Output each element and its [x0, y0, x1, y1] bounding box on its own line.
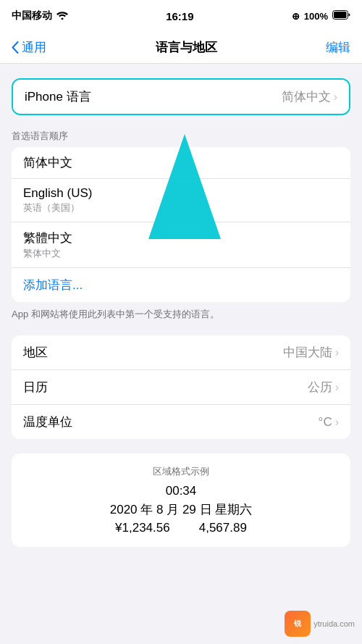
- lang-item-2[interactable]: 繁體中文 繁体中文: [12, 222, 350, 268]
- svg-rect-2: [334, 12, 347, 18]
- lang-sub-2: 繁体中文: [23, 247, 339, 260]
- status-left: 中国移动: [12, 9, 68, 22]
- calendar-value: 公历: [308, 379, 332, 396]
- format-title: 区域格式示例: [23, 465, 339, 478]
- preferred-lang-card: 简体中文 English (US) 英语（美国） 繁體中文 繁体中文 添加语言.…: [12, 147, 350, 302]
- region-section: 地区 中国大陆 › 日历 公历 › 温度单位 °C ›: [0, 335, 362, 439]
- region-label: 地区: [23, 344, 48, 361]
- lang-name-2: 繁體中文: [23, 230, 339, 246]
- charge-icon: ⊕: [292, 11, 300, 22]
- calendar-label: 日历: [23, 379, 48, 396]
- temperature-label: 温度单位: [23, 414, 72, 430]
- format-example-card: 区域格式示例 00:34 2020 年 8 月 29 日 星期六 ¥1,234.…: [12, 453, 350, 547]
- chevron-icon: ›: [334, 91, 337, 104]
- iphone-language-value: 简体中文: [282, 88, 331, 105]
- format-num2: 4,567.89: [199, 521, 247, 535]
- watermark-logo: 锐: [285, 611, 311, 637]
- iphone-language-item[interactable]: iPhone 语言 简体中文 ›: [13, 80, 349, 114]
- back-button[interactable]: 通用: [12, 39, 46, 56]
- lang-name-0: 简体中文: [23, 154, 339, 171]
- region-item[interactable]: 地区 中国大陆 ›: [12, 335, 350, 370]
- nav-bar: 通用 语言与地区 编辑: [0, 32, 362, 64]
- chevron-icon: ›: [335, 381, 339, 394]
- calendar-item[interactable]: 日历 公历 ›: [12, 370, 350, 405]
- edit-button[interactable]: 编辑: [326, 39, 350, 56]
- format-num1: ¥1,234.56: [115, 521, 170, 535]
- chevron-icon: ›: [335, 346, 339, 359]
- wifi-icon: [56, 10, 68, 22]
- back-label: 通用: [22, 39, 46, 56]
- status-right: ⊕ 100%: [292, 10, 350, 22]
- content: iPhone 语言 简体中文 › 首选语言顺序 简体中文 English (US…: [0, 64, 362, 644]
- status-time: 16:19: [166, 10, 193, 22]
- battery-icon: [332, 10, 350, 22]
- region-value-group: 中国大陆 ›: [283, 344, 339, 361]
- battery-label: 100%: [304, 11, 328, 22]
- preferred-lang-info: App 和网站将使用此列表中第一个受支持的语言。: [0, 302, 362, 321]
- lang-item-0[interactable]: 简体中文: [12, 147, 350, 179]
- format-numbers: ¥1,234.56 4,567.89: [23, 521, 339, 535]
- watermark: 锐 ytruida.com: [285, 611, 355, 637]
- page-title: 语言与地区: [156, 39, 217, 56]
- chevron-icon: ›: [335, 416, 339, 429]
- svg-point-0: [62, 18, 64, 20]
- status-bar: 中国移动 16:19 ⊕ 100%: [0, 0, 362, 32]
- preferred-lang-section: 首选语言顺序 简体中文 English (US) 英语（美国） 繁體中文 繁体中…: [0, 130, 362, 321]
- temperature-value-group: °C ›: [319, 415, 339, 430]
- iphone-language-section: iPhone 语言 简体中文 ›: [0, 78, 362, 115]
- temperature-item[interactable]: 温度单位 °C ›: [12, 405, 350, 439]
- format-time: 00:34: [23, 484, 339, 498]
- calendar-value-group: 公历 ›: [308, 379, 339, 396]
- iphone-language-label: iPhone 语言: [25, 88, 91, 105]
- add-language-button[interactable]: 添加语言...: [12, 268, 350, 302]
- preferred-lang-title: 首选语言顺序: [0, 130, 362, 147]
- format-date: 2020 年 8 月 29 日 星期六: [23, 501, 339, 518]
- region-card: 地区 中国大陆 › 日历 公历 › 温度单位 °C ›: [12, 335, 350, 439]
- watermark-text: ytruida.com: [313, 619, 355, 628]
- iphone-language-card: iPhone 语言 简体中文 ›: [12, 78, 350, 115]
- lang-item-1[interactable]: English (US) 英语（美国）: [12, 179, 350, 222]
- lang-name-1: English (US): [23, 186, 339, 201]
- format-section-wrapper: 区域格式示例 00:34 2020 年 8 月 29 日 星期六 ¥1,234.…: [0, 453, 362, 547]
- carrier-label: 中国移动: [12, 9, 52, 22]
- lang-sub-1: 英语（美国）: [23, 201, 339, 214]
- region-value: 中国大陆: [283, 344, 332, 361]
- iphone-language-value-group: 简体中文 ›: [282, 88, 337, 105]
- temperature-value: °C: [319, 415, 332, 430]
